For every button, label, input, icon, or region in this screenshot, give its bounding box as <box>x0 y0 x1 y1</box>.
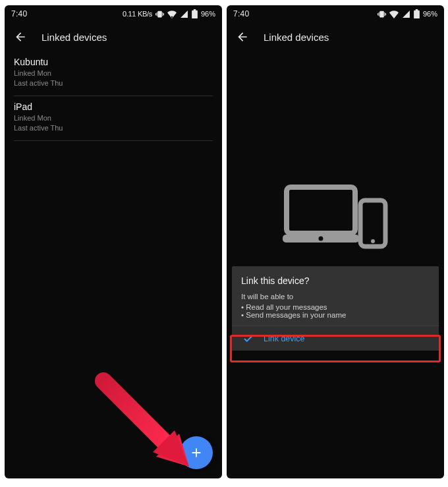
battery-icon <box>192 9 198 18</box>
page-title: Linked devices <box>42 32 107 43</box>
signal-icon <box>180 10 188 18</box>
svg-rect-0 <box>287 187 355 233</box>
card-subtitle: It will be able to <box>241 293 430 301</box>
device-name: Kubuntu <box>14 57 213 67</box>
network-rate: 0.11 KB/s <box>123 10 152 18</box>
wifi-icon <box>389 9 399 18</box>
device-item[interactable]: Kubuntu Linked Mon Last active Thu <box>14 51 213 96</box>
svg-point-4 <box>371 239 375 243</box>
app-bar: Linked devices <box>227 22 444 51</box>
device-list: Kubuntu Linked Mon Last active Thu iPad … <box>5 51 222 141</box>
check-icon <box>242 333 254 345</box>
page-title: Linked devices <box>264 32 329 43</box>
phone-screenshot-right: 7:40 96% Linked devices Link this device… <box>227 5 444 478</box>
status-right: 96% <box>378 9 437 18</box>
vibrate-icon <box>378 10 386 18</box>
back-arrow-icon[interactable] <box>14 30 27 43</box>
device-linked-date: Linked Mon <box>14 113 213 123</box>
device-last-active: Last active Thu <box>14 78 213 88</box>
add-device-fab[interactable] <box>180 436 213 469</box>
device-linked-date: Linked Mon <box>14 69 213 78</box>
battery-percentage: 96% <box>423 10 437 18</box>
status-bar: 7:40 0.11 KB/s 96% <box>5 5 222 22</box>
link-device-card: Link this device? It will be able to • R… <box>232 266 439 351</box>
status-clock: 7:40 <box>11 9 28 18</box>
svg-point-2 <box>319 237 323 241</box>
link-device-label: Link device <box>264 334 305 343</box>
plus-icon <box>189 445 204 460</box>
device-item[interactable]: iPad Linked Mon Last active Thu <box>14 96 213 141</box>
card-bullet: • Read all your messages <box>241 303 430 311</box>
status-right: 0.11 KB/s 96% <box>123 9 215 18</box>
phone-screenshot-left: 7:40 0.11 KB/s 96% Linked devices Kubunt… <box>5 5 222 478</box>
vibrate-icon <box>155 10 164 18</box>
card-title: Link this device? <box>232 266 439 293</box>
status-bar: 7:40 96% <box>227 5 444 22</box>
card-body: It will be able to • Read all your messa… <box>232 293 439 326</box>
link-device-button[interactable]: Link device <box>232 326 439 351</box>
battery-percentage: 96% <box>201 10 215 18</box>
device-name: iPad <box>14 101 213 112</box>
wifi-icon <box>167 9 177 18</box>
signal-icon <box>402 10 410 18</box>
battery-icon <box>414 9 420 18</box>
devices-illustration <box>227 183 444 256</box>
status-clock: 7:40 <box>233 9 250 18</box>
app-bar: Linked devices <box>5 22 222 51</box>
card-bullet: • Send messages in your name <box>241 311 430 319</box>
device-last-active: Last active Thu <box>14 123 213 133</box>
back-arrow-icon[interactable] <box>236 30 249 43</box>
